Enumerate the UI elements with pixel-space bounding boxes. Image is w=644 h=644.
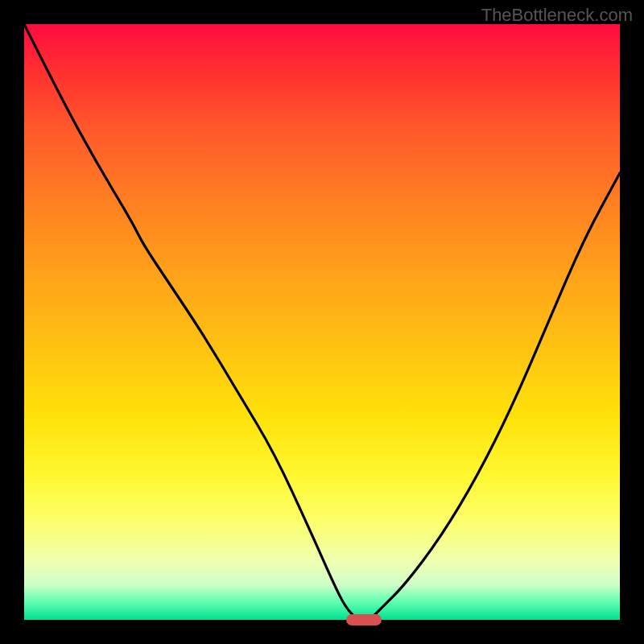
watermark-text: TheBottleneck.com — [481, 5, 633, 26]
bottleneck-curve-svg — [24, 24, 620, 620]
bottleneck-curve-path — [24, 24, 620, 620]
chart-plot-area — [24, 24, 620, 620]
bottleneck-marker — [346, 614, 382, 625]
